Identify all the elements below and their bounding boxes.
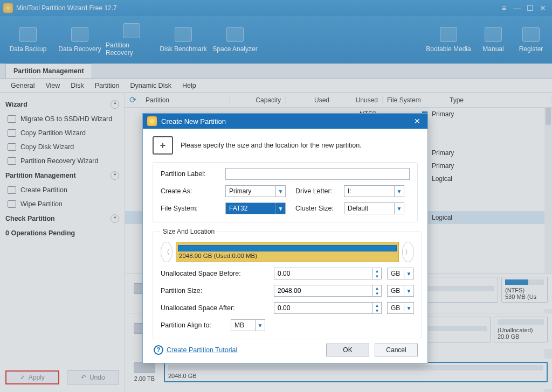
select-value: Default (344, 205, 394, 212)
unallocated-after-input[interactable]: ▲▼ (274, 302, 382, 314)
add-partition-icon: + (153, 136, 173, 155)
chevron-down-icon: ▼ (394, 186, 404, 197)
chevron-down-icon: ▼ (394, 203, 404, 214)
chevron-down-icon: ▼ (404, 268, 413, 279)
unit-select[interactable]: GB▼ (387, 285, 414, 297)
spin-down-icon[interactable]: ▼ (373, 274, 381, 279)
chevron-down-icon: ▼ (404, 285, 413, 296)
select-value: MB (231, 321, 255, 329)
fieldset-legend: Size And Location (161, 228, 217, 235)
select-value: I: (344, 187, 394, 195)
spin-up-icon[interactable]: ▲ (373, 285, 381, 291)
unallocated-before-input[interactable]: ▲▼ (274, 268, 382, 279)
unit-select[interactable]: GB▼ (387, 268, 414, 279)
spin-down-icon[interactable]: ▼ (373, 308, 381, 313)
number-field[interactable] (274, 285, 372, 296)
slider-label: 2048.00 GB (Used:0.00 MB) (178, 253, 397, 259)
partition-form: Partition Label: Create As: Primary▼ Dri… (153, 162, 418, 222)
create-as-select[interactable]: Primary▼ (225, 185, 286, 197)
dialog-title: Create New Partition (161, 117, 226, 125)
file-system-select[interactable]: FAT32▼ (225, 202, 286, 214)
slider-fill (178, 245, 397, 251)
number-field[interactable] (274, 303, 372, 313)
spin-down-icon[interactable]: ▼ (373, 291, 381, 296)
size-and-location: Size And Location 〈 2048.00 GB (Used:0.0… (153, 228, 422, 339)
chevron-down-icon: ▼ (255, 320, 265, 331)
select-value: FAT32 (226, 205, 275, 212)
cluster-size-select[interactable]: Default▼ (344, 202, 404, 214)
partition-label-input[interactable] (225, 168, 410, 180)
chevron-down-icon: ▼ (275, 186, 285, 197)
label-create-as: Create As: (161, 187, 225, 195)
create-partition-dialog: Create New Partition ✕ + Please specify … (142, 113, 428, 363)
label-partition-label: Partition Label: (161, 170, 225, 178)
label-file-system: File System: (161, 205, 225, 212)
partition-size-input[interactable]: ▲▼ (274, 285, 382, 297)
drive-letter-select[interactable]: I:▼ (344, 185, 404, 197)
spin-up-icon[interactable]: ▲ (373, 303, 381, 308)
chevron-down-icon: ▼ (404, 303, 413, 313)
label-unallocated-before: Unallocated Space Before: (161, 270, 274, 277)
partition-slider[interactable]: 2048.00 GB (Used:0.00 MB) (176, 242, 399, 262)
help-icon[interactable]: ? (154, 345, 163, 355)
label-unallocated-after: Unallocated Space After: (161, 304, 274, 312)
dialog-footer: ? Create Partition Tutorial OK Cancel (153, 344, 418, 356)
unit-value: GB (388, 287, 404, 295)
app-window: MiniTool Partition Wizard Free 12.7 ≡ — … (0, 0, 552, 392)
tutorial-link[interactable]: Create Partition Tutorial (167, 346, 237, 354)
dialog-description: Please specify the size and the location… (181, 142, 362, 149)
dialog-title-bar: Create New Partition ✕ (143, 114, 427, 129)
dialog-close-icon[interactable]: ✕ (411, 115, 423, 127)
unit-value: GB (388, 304, 404, 312)
label-partition-size: Partition Size: (161, 287, 274, 295)
slider-left-button[interactable]: 〈 (161, 242, 172, 262)
ok-button[interactable]: OK (326, 344, 369, 356)
unit-value: GB (388, 270, 404, 277)
dialog-logo-icon (147, 116, 157, 126)
label-cluster-size: Cluster Size: (295, 205, 344, 212)
chevron-down-icon: ▼ (275, 203, 285, 214)
label-drive-letter: Drive Letter: (295, 187, 344, 195)
select-value: Primary (226, 187, 275, 195)
label-partition-align: Partition Align to: (161, 321, 231, 329)
cancel-button[interactable]: Cancel (375, 344, 418, 356)
partition-align-select[interactable]: MB▼ (231, 319, 265, 331)
unit-select[interactable]: GB▼ (387, 302, 414, 314)
number-field[interactable] (274, 268, 372, 279)
slider-right-button[interactable]: 〉 (402, 242, 414, 262)
spin-up-icon[interactable]: ▲ (373, 268, 381, 274)
